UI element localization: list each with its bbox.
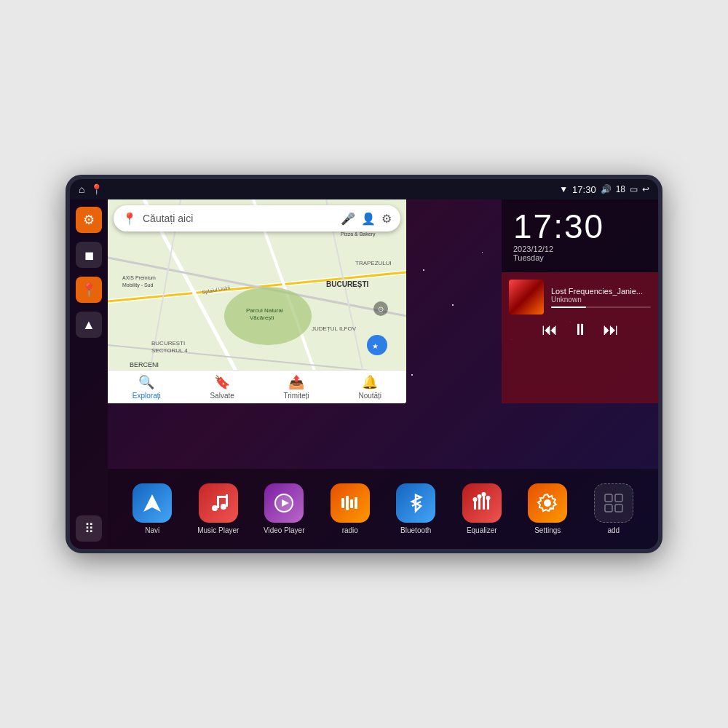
map-nav-saved[interactable]: 🔖 Salvate xyxy=(210,374,234,400)
music-artist: Unknown xyxy=(551,296,651,304)
status-bar: ⌂ 📍 ▼ 17:30 🔊 18 ▭ ↩ xyxy=(70,179,658,199)
clock-day-value: Tuesday xyxy=(513,253,544,262)
account-icon[interactable]: 👤 xyxy=(361,212,376,226)
svg-text:Pizza & Bakery: Pizza & Bakery xyxy=(341,232,376,237)
clock-date-value: 2023/12/12 xyxy=(513,245,553,253)
settings-label: Settings xyxy=(534,526,561,534)
svg-rect-40 xyxy=(474,501,476,510)
music-info: Lost Frequencies_Janie... Unknown xyxy=(509,280,651,314)
map-search-bar[interactable]: 📍 Căutați aici 🎤 👤 ⚙ xyxy=(114,205,400,232)
svg-rect-38 xyxy=(355,497,357,509)
sidebar-settings-btn[interactable]: ⚙ xyxy=(76,207,102,233)
app-grid: Navi Music Player xyxy=(108,469,658,549)
music-progress-fill xyxy=(551,306,586,308)
svg-rect-42 xyxy=(483,496,485,510)
microphone-icon[interactable]: 🎤 xyxy=(341,212,355,226)
sidebar-apps-btn[interactable]: ⠿ xyxy=(76,515,102,542)
app-music-player[interactable]: Music Player xyxy=(189,483,248,534)
music-player-label: Music Player xyxy=(197,526,239,534)
map-search-right-icons: 🎤 👤 ⚙ xyxy=(341,212,392,226)
news-label: Noutăți xyxy=(358,392,381,400)
map-bottom-nav: 🔍 Explorați 🔖 Salvate 📤 Trimiteți 🔔 Nout… xyxy=(108,370,406,403)
svg-text:★: ★ xyxy=(372,342,379,350)
svg-point-48 xyxy=(544,499,551,507)
prev-track-button[interactable]: ⏮ xyxy=(542,320,558,339)
svg-rect-37 xyxy=(350,499,353,508)
video-player-icon xyxy=(264,483,304,523)
svg-marker-27 xyxy=(143,494,161,512)
app-add[interactable]: add xyxy=(585,483,643,534)
back-icon[interactable]: ↩ xyxy=(642,184,649,194)
music-progress-track[interactable] xyxy=(551,306,651,308)
radio-icon xyxy=(331,483,370,523)
sidebar-nav-btn[interactable]: ▲ xyxy=(76,312,102,338)
explore-label: Explorați xyxy=(132,392,161,400)
svg-text:Văcărești: Văcărești xyxy=(250,314,274,321)
settings-icon: ⚙ xyxy=(83,212,95,228)
svg-point-47 xyxy=(486,496,490,500)
add-label: add xyxy=(607,526,620,534)
svg-rect-49 xyxy=(605,494,612,502)
svg-text:Parcul Natural: Parcul Natural xyxy=(246,307,283,314)
share-label: Trimiteți xyxy=(284,392,309,400)
map-nav-explore[interactable]: 🔍 Explorați xyxy=(132,374,161,400)
app-settings[interactable]: Settings xyxy=(518,483,577,534)
map-nav-share[interactable]: 📤 Trimiteți xyxy=(284,374,309,400)
music-player-icon xyxy=(199,483,238,523)
settings-app-icon xyxy=(528,483,567,523)
svg-rect-36 xyxy=(346,496,349,510)
home-icon[interactable]: ⌂ xyxy=(79,183,84,195)
equalizer-label: Equalizer xyxy=(467,526,497,534)
car-head-unit: ⌂ 📍 ▼ 17:30 🔊 18 ▭ ↩ ⚙ xyxy=(66,175,662,553)
music-text: Lost Frequencies_Janie... Unknown xyxy=(551,287,651,308)
app-equalizer[interactable]: Equalizer xyxy=(453,483,511,534)
svg-point-45 xyxy=(477,494,481,499)
sidebar-files-btn[interactable]: ◼ xyxy=(76,242,102,268)
status-time: 17:30 xyxy=(572,184,596,195)
map-pin-icon: 📍 xyxy=(81,282,97,298)
clock-time: 17:30 xyxy=(513,210,604,243)
clock-panel: 17:30 2023/12/12 Tuesday xyxy=(502,199,658,272)
svg-text:⊙: ⊙ xyxy=(378,305,384,313)
left-sidebar: ⚙ ◼ 📍 ▲ ⠿ xyxy=(70,199,108,549)
status-right-info: ▼ 17:30 🔊 18 ▭ ↩ xyxy=(559,184,649,195)
next-track-button[interactable]: ⏭ xyxy=(603,320,619,339)
map-nav-news[interactable]: 🔔 Noutăți xyxy=(358,374,381,400)
equalizer-icon xyxy=(462,483,502,523)
map-container[interactable]: Parcul Natural Văcărești BUCUREȘTI JUDEȚ… xyxy=(108,199,406,403)
saved-label: Salvate xyxy=(210,392,234,400)
app-radio[interactable]: radio xyxy=(321,483,379,534)
svg-rect-52 xyxy=(615,505,622,512)
battery-icon: ▭ xyxy=(630,184,638,194)
pause-button[interactable]: ⏸ xyxy=(572,320,588,339)
map-search-placeholder[interactable]: Căutați aici xyxy=(143,213,335,224)
app-navi[interactable]: Navi xyxy=(123,483,181,534)
app-video-player[interactable]: Video Player xyxy=(255,483,313,534)
svg-rect-51 xyxy=(605,505,612,512)
svg-text:BERCENI: BERCENI xyxy=(130,361,159,368)
svg-text:Mobility - Sud: Mobility - Sud xyxy=(122,282,154,288)
app-bluetooth[interactable]: Bluetooth xyxy=(387,483,445,534)
svg-rect-32 xyxy=(217,496,228,498)
svg-text:AXIS Premium: AXIS Premium xyxy=(122,275,156,280)
arrow-icon: ▲ xyxy=(82,317,95,333)
music-title: Lost Frequencies_Janie... xyxy=(551,287,651,296)
svg-rect-41 xyxy=(478,498,480,510)
svg-text:JUDEȚUL ILFOV: JUDEȚUL ILFOV xyxy=(312,325,357,332)
svg-rect-35 xyxy=(341,498,344,508)
video-player-label: Video Player xyxy=(264,526,305,534)
volume-icon: 🔊 xyxy=(601,184,612,194)
main-area: ⚙ ◼ 📍 ▲ ⠿ xyxy=(70,199,658,549)
sidebar-map-btn[interactable]: 📍 xyxy=(76,277,102,303)
files-icon: ◼ xyxy=(84,248,94,262)
bluetooth-label: Bluetooth xyxy=(400,526,431,534)
map-icon[interactable]: 📍 xyxy=(90,183,103,195)
svg-point-29 xyxy=(221,504,226,510)
svg-text:SECTORUL 4: SECTORUL 4 xyxy=(151,347,188,354)
center-content: Parcul Natural Văcărești BUCUREȘTI JUDEȚ… xyxy=(108,199,658,549)
share-icon: 📤 xyxy=(288,374,304,390)
navi-icon xyxy=(132,483,172,523)
status-left-icons: ⌂ 📍 xyxy=(79,183,103,195)
menu-icon[interactable]: ⚙ xyxy=(381,212,392,226)
wifi-icon: ▼ xyxy=(559,184,568,194)
